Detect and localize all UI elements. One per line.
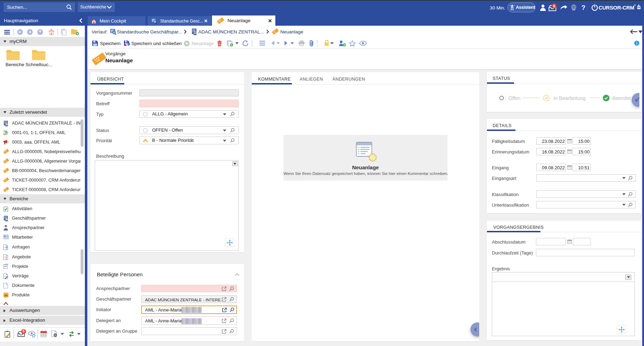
svg-text:?: ? (5, 246, 7, 250)
svg-text:!: ! (6, 256, 7, 260)
